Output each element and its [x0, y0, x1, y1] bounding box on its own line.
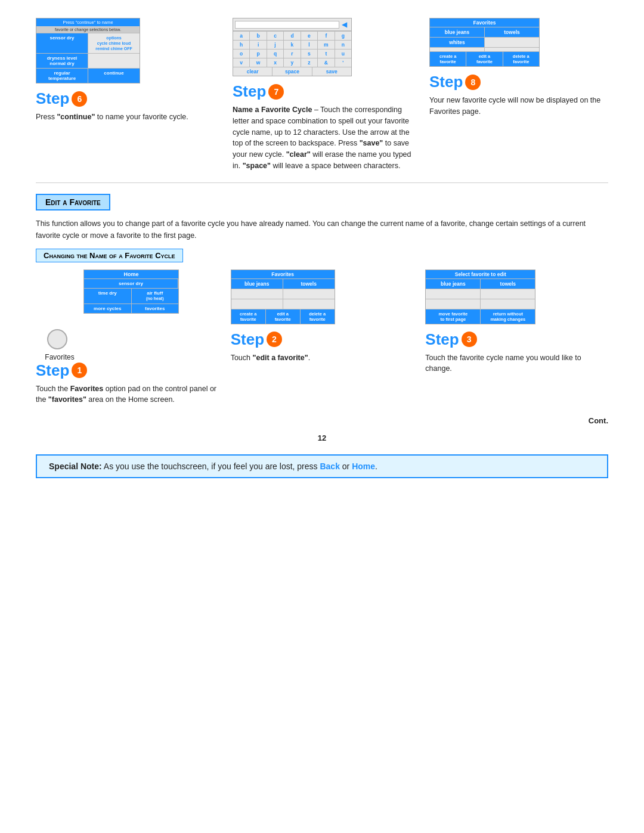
key-v: v: [233, 58, 250, 67]
step2-edit: edit afavorite: [266, 309, 301, 324]
step2-towels: towels: [283, 279, 335, 289]
step1-heading: Step 1: [36, 361, 219, 380]
step1-more-cycles: more cycles: [84, 304, 132, 313]
keyboard-row-3: opqrstu: [233, 49, 351, 58]
step1-desc: Touch the Favorites option pad on the co…: [36, 383, 219, 406]
page-number: 12: [36, 433, 608, 442]
key-b: b: [250, 32, 267, 40]
step6-dryness: dryness levelnormal dry: [36, 54, 88, 68]
step8-create: create afavorite: [430, 52, 466, 66]
step3-footer: move favoriteto first page return withou…: [426, 309, 535, 324]
step2-empty3: [231, 299, 283, 309]
step2-create: create afavorite: [231, 309, 266, 324]
key-k: k: [284, 41, 301, 49]
step3-towels: towels: [481, 279, 535, 289]
step6-heading: Step 6: [36, 89, 215, 108]
step3-empty3: [426, 299, 481, 309]
step-6-col: Press "continue" to name favorite or cha…: [36, 18, 215, 123]
step8-screen-header: Favorites: [430, 18, 539, 27]
step8-heading: Step 8: [429, 73, 608, 91]
step6-row1: sensor dry optionscycle chime loudremind…: [36, 33, 140, 53]
step6-sensor-dry: sensor dry: [36, 33, 88, 53]
step1-home-header: Home: [84, 270, 178, 278]
favorites-circle-icon: [47, 329, 67, 349]
step3-empty2: [481, 289, 535, 299]
special-note-back: Back: [320, 462, 339, 471]
special-note: Special Note: As you use the touchscreen…: [36, 454, 608, 478]
step8-whites: whites: [430, 38, 485, 47]
key-d: d: [284, 32, 301, 40]
changing-name-header: Changing the Name of a Favorite Cycle: [36, 249, 183, 262]
step8-empty3: [485, 48, 539, 51]
step1-sensor-row: sensor dry: [84, 278, 178, 288]
step8-edit: edit afavorite: [466, 52, 503, 66]
step2-word: Step: [231, 330, 264, 349]
step1-sensor-dry: sensor dry: [84, 279, 178, 288]
key-h: h: [233, 41, 250, 49]
keyboard-row-1: abcdefg: [233, 31, 351, 40]
step1-row2: time dry air fluff(no heat): [84, 288, 178, 304]
key-o: o: [233, 49, 250, 58]
step1-favorites: favorites: [132, 304, 179, 313]
top-steps-row: Press "continue" to name favorite or cha…: [36, 18, 608, 172]
cont-text: Cont.: [36, 416, 608, 425]
special-note-text: As you use the touchscreen, if you feel …: [102, 462, 320, 471]
edit-favorite-desc: This function allows you to change part …: [36, 218, 608, 241]
key-y: y: [284, 58, 301, 67]
step2-footer: create afavorite edit afavorite delete a…: [231, 309, 335, 324]
step7-backspace-arrow: ◀: [339, 20, 349, 29]
step2-desc: Touch "edit a favorite".: [231, 352, 414, 364]
step8-delete: delete afavorite: [503, 52, 539, 66]
key-l: l: [301, 41, 318, 49]
key-apos: ': [335, 58, 351, 67]
step2-empty4: [283, 299, 335, 309]
key-clear: clear: [233, 67, 273, 76]
key-g: g: [335, 32, 351, 40]
key-save: save: [312, 67, 351, 76]
step8-screen: Favorites blue jeans towels whites creat…: [429, 18, 540, 67]
key-t: t: [318, 49, 335, 58]
step6-empty: [88, 54, 140, 68]
step6-row2: dryness levelnormal dry: [36, 53, 140, 68]
step7-circle: 7: [268, 84, 284, 100]
key-n: n: [335, 41, 351, 49]
keyboard-row-2: hijklmn: [233, 40, 351, 49]
step3-row3: [426, 299, 535, 309]
key-c: c: [267, 32, 284, 40]
special-note-home: Home: [352, 462, 375, 471]
step1-word: Step: [36, 361, 69, 380]
step1-row3: more cycles favorites: [84, 304, 178, 313]
step3-empty4: [481, 299, 535, 309]
step8-empty2: [430, 48, 485, 51]
key-x: x: [267, 58, 284, 67]
step6-desc: Press "continue" to name your favorite c…: [36, 112, 215, 123]
step6-row3: regulartemperature continue: [36, 68, 140, 83]
bottom-step2-col: Favorites blue jeans towels create afavo…: [231, 270, 414, 364]
step8-footer: create afavorite edit afavorite delete a…: [430, 51, 539, 66]
key-a: a: [233, 32, 250, 40]
key-u: u: [335, 49, 351, 58]
edit-favorite-section: Edit a Favorite This function allows you…: [36, 182, 608, 426]
step3-row2: [426, 289, 535, 299]
step2-screen: Favorites blue jeans towels create afavo…: [231, 270, 335, 324]
step2-delete: delete afavorite: [301, 309, 335, 324]
key-f: f: [318, 32, 335, 40]
key-p: p: [250, 49, 267, 58]
step6-temperature: regulartemperature: [36, 69, 88, 83]
step3-word: Step: [425, 330, 459, 349]
step6-circle: 6: [72, 91, 87, 107]
step8-row3: [430, 47, 539, 51]
step8-row1: blue jeans towels: [430, 27, 539, 37]
step3-return: return withoutmaking changes: [481, 309, 535, 324]
step2-row1: blue jeans towels: [231, 278, 335, 289]
step6-word: Step: [36, 89, 69, 108]
step6-screen: Press "continue" to name favorite or cha…: [36, 18, 140, 83]
step-8-col: Favorites blue jeans towels whites creat…: [429, 18, 608, 117]
key-i: i: [250, 41, 267, 49]
key-s: s: [301, 49, 318, 58]
step3-move: move favoriteto first page: [426, 309, 481, 324]
step-7-col: ◀ abcdefg hijklmn opqrstu vwxyz&' clear …: [233, 18, 411, 172]
step3-screen: Select favorite to edit blue jeans towel…: [425, 270, 535, 324]
step7-word: Step: [233, 82, 266, 101]
key-q: q: [267, 49, 284, 58]
